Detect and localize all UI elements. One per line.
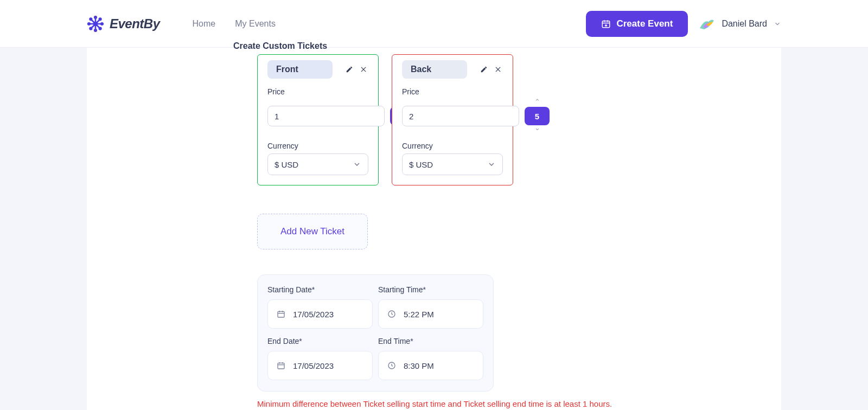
pencil-icon xyxy=(346,66,353,73)
end-date-value: 17/05/2023 xyxy=(293,361,334,370)
calendar-plus-icon xyxy=(601,19,611,29)
create-event-label: Create Event xyxy=(616,18,673,29)
datetime-panel: Starting Date* 17/05/2023 Starting Time*… xyxy=(257,274,494,392)
price-label: Price xyxy=(402,87,503,96)
brand-logo[interactable]: EventBy xyxy=(87,15,160,33)
end-time-field[interactable]: 8:30 PM xyxy=(378,351,483,380)
svg-point-7 xyxy=(88,23,90,24)
start-time-label: Starting Time* xyxy=(378,285,426,294)
start-time-field[interactable]: 5:22 PM xyxy=(378,299,483,329)
remove-ticket-button[interactable] xyxy=(359,65,368,74)
add-ticket-label: Add New Ticket xyxy=(280,226,344,237)
page-body: Create Custom Tickets Front Price xyxy=(87,48,781,410)
ticket-name-pill: Front xyxy=(267,60,333,79)
edit-ticket-button[interactable] xyxy=(479,65,489,74)
currency-select[interactable]: $ USD xyxy=(402,153,503,175)
clock-icon xyxy=(387,310,396,318)
user-menu[interactable]: Daniel Bard xyxy=(699,17,781,30)
svg-point-6 xyxy=(94,29,96,31)
start-date-value: 17/05/2023 xyxy=(293,310,334,319)
stepper-up[interactable]: ⌃ xyxy=(534,99,540,107)
close-icon xyxy=(494,66,502,73)
add-new-ticket-button[interactable]: Add New Ticket xyxy=(257,214,368,249)
end-time-value: 8:30 PM xyxy=(404,361,434,370)
ticket-cards-row: Front Price ⌃ 3 ⌄ xyxy=(257,48,757,185)
quantity-stepper: ⌃ 5 ⌄ xyxy=(525,99,550,133)
snowflake-icon xyxy=(87,15,104,33)
nav-home[interactable]: Home xyxy=(193,19,216,29)
validation-error: Minimum difference between Ticket sellin… xyxy=(257,399,757,408)
chevron-down-icon xyxy=(353,160,361,169)
price-label: Price xyxy=(267,87,368,96)
svg-point-10 xyxy=(99,27,101,29)
calendar-icon xyxy=(277,310,285,318)
calendar-icon xyxy=(277,361,285,370)
currency-value: $ USD xyxy=(409,160,433,169)
primary-nav: Home My Events xyxy=(193,19,276,29)
user-name-label: Daniel Bard xyxy=(722,19,767,29)
price-input[interactable] xyxy=(267,106,385,126)
svg-point-9 xyxy=(90,18,92,20)
pencil-icon xyxy=(480,66,488,73)
start-date-label: Starting Date* xyxy=(267,285,315,294)
ticket-card-front: Front Price ⌃ 3 ⌄ xyxy=(257,54,379,185)
nav-my-events[interactable]: My Events xyxy=(235,19,276,29)
quantity-value: 5 xyxy=(525,107,550,125)
ticket-name-pill: Back xyxy=(402,60,467,79)
edit-ticket-button[interactable] xyxy=(344,65,354,74)
brand-name: EventBy xyxy=(110,16,160,31)
currency-label: Currency xyxy=(267,142,368,150)
chevron-down-icon xyxy=(487,160,496,169)
chevron-down-icon xyxy=(774,20,781,28)
clock-icon xyxy=(387,361,396,370)
section-title: Create Custom Tickets xyxy=(233,41,327,51)
close-icon xyxy=(360,66,367,73)
svg-point-11 xyxy=(99,18,101,20)
svg-point-8 xyxy=(101,23,103,24)
svg-point-5 xyxy=(94,16,96,18)
end-date-field[interactable]: 17/05/2023 xyxy=(267,351,373,380)
end-date-label: End Date* xyxy=(267,337,302,345)
create-event-button[interactable]: Create Event xyxy=(586,11,688,37)
stepper-down[interactable]: ⌄ xyxy=(534,125,540,133)
svg-rect-28 xyxy=(278,363,284,369)
start-time-value: 5:22 PM xyxy=(404,310,434,319)
price-input[interactable] xyxy=(402,106,519,126)
start-date-field[interactable]: 17/05/2023 xyxy=(267,299,373,329)
svg-rect-23 xyxy=(278,311,284,317)
currency-label: Currency xyxy=(402,142,503,150)
ticket-card-back: Back Price ⌃ 5 ⌄ xyxy=(392,54,513,185)
svg-point-12 xyxy=(90,27,92,29)
avatar-bird-icon xyxy=(699,17,715,30)
remove-ticket-button[interactable] xyxy=(493,65,503,74)
svg-point-4 xyxy=(94,22,97,25)
currency-value: $ USD xyxy=(275,160,298,169)
currency-select[interactable]: $ USD xyxy=(267,153,368,175)
end-time-label: End Time* xyxy=(378,337,413,345)
app-header: EventBy Home My Events Create Event Dani… xyxy=(0,0,868,48)
